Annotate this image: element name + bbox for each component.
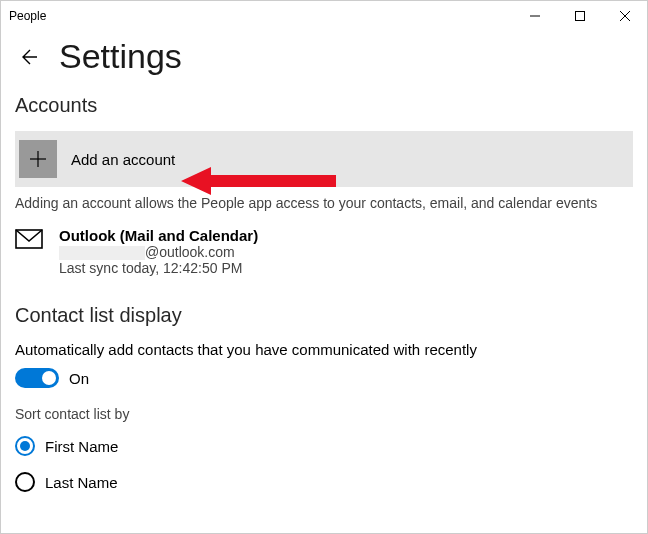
radio-icon xyxy=(15,472,35,492)
toggle-state-label: On xyxy=(69,370,89,387)
radio-label: First Name xyxy=(45,438,118,455)
mail-icon xyxy=(15,227,45,276)
accounts-help-text: Adding an account allows the People app … xyxy=(15,195,633,211)
contact-list-section-title: Contact list display xyxy=(15,304,633,327)
sort-last-name-option[interactable]: Last Name xyxy=(15,464,633,500)
radio-label: Last Name xyxy=(45,474,118,491)
account-entry[interactable]: Outlook (Mail and Calendar) @outlook.com… xyxy=(15,227,633,276)
account-name: Outlook (Mail and Calendar) xyxy=(59,227,258,244)
account-last-sync: Last sync today, 12:42:50 PM xyxy=(59,260,258,276)
maximize-button[interactable] xyxy=(557,1,602,31)
sort-heading: Sort contact list by xyxy=(15,406,633,422)
sort-first-name-option[interactable]: First Name xyxy=(15,428,633,464)
add-account-label: Add an account xyxy=(71,151,175,168)
page-header: Settings xyxy=(1,31,647,94)
window-title: People xyxy=(9,9,46,23)
titlebar: People xyxy=(1,1,647,31)
svg-rect-1 xyxy=(575,12,584,21)
auto-add-toggle[interactable] xyxy=(15,368,59,388)
account-email: @outlook.com xyxy=(59,244,258,260)
add-account-button[interactable]: Add an account xyxy=(15,131,633,187)
page-title: Settings xyxy=(59,37,182,76)
auto-add-description: Automatically add contacts that you have… xyxy=(15,341,633,358)
minimize-button[interactable] xyxy=(512,1,557,31)
close-button[interactable] xyxy=(602,1,647,31)
plus-icon xyxy=(19,140,57,178)
radio-icon xyxy=(15,436,35,456)
accounts-section-title: Accounts xyxy=(15,94,633,117)
back-button[interactable] xyxy=(11,40,45,74)
redacted-email-local xyxy=(59,246,145,260)
